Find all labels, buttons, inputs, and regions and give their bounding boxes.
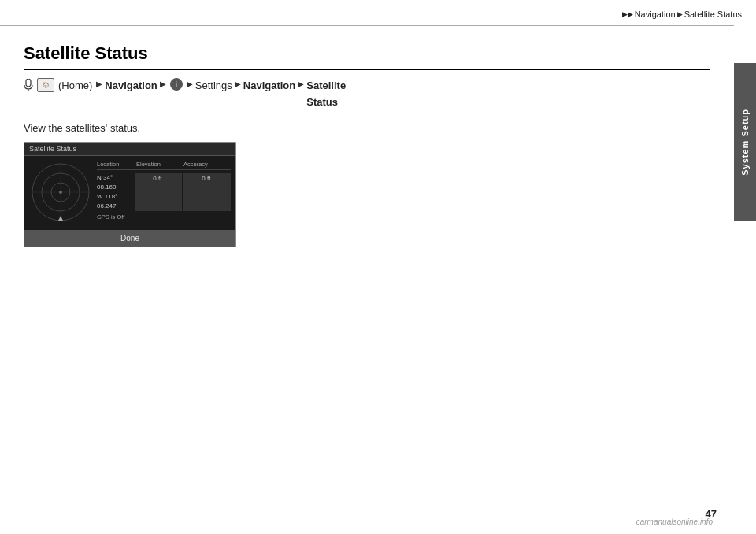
nav-path: 🏠 (Home) ▶ Navigation ▶ i ▶ Settings ▶ N… bbox=[24, 78, 710, 111]
radar-svg bbox=[29, 161, 92, 224]
col-elevation: Elevation bbox=[136, 161, 183, 168]
svg-point-8 bbox=[59, 191, 62, 194]
system-setup-label: System Setup bbox=[740, 109, 750, 176]
nav-navigation2: Navigation bbox=[243, 78, 295, 95]
watermark: carmanualsonline.info bbox=[636, 517, 713, 526]
main-content: Satellite Status 🏠 (Home) ▶ Navigation ▶… bbox=[0, 0, 734, 534]
nav-arrow1: ▶ bbox=[96, 78, 102, 91]
nav-arrow3: ▶ bbox=[187, 78, 193, 91]
accuracy-value: 0 ft. bbox=[183, 173, 231, 211]
done-button[interactable]: Done bbox=[24, 230, 235, 247]
nav-satellite-status: SatelliteStatus bbox=[306, 78, 346, 111]
nav-arrow4: ▶ bbox=[235, 78, 241, 91]
nav-arrow5: ▶ bbox=[298, 78, 304, 91]
right-sidebar: System Setup bbox=[734, 63, 756, 221]
info-panel: Location Elevation Accuracy N 34° 08.160… bbox=[97, 161, 231, 224]
col-accuracy: Accuracy bbox=[183, 161, 231, 168]
nav-home-label: (Home) bbox=[58, 78, 92, 95]
radar-display bbox=[29, 161, 92, 224]
lon-value: W 118° 06.247' bbox=[97, 192, 133, 211]
home-button-icon: 🏠 bbox=[37, 78, 54, 92]
nav-settings: Settings bbox=[195, 78, 232, 95]
location-data: N 34° 08.160' W 118° 06.247' bbox=[97, 173, 133, 211]
elevation-value: 0 ft. bbox=[135, 173, 182, 211]
info-header: Location Elevation Accuracy bbox=[97, 161, 231, 170]
mic-icon bbox=[24, 79, 33, 91]
col-location: Location bbox=[97, 161, 136, 168]
description-text: View the satellites' status. bbox=[24, 122, 710, 134]
satellite-screen: Satellite Status bbox=[24, 142, 236, 247]
svg-marker-9 bbox=[58, 216, 63, 221]
gps-status: GPS is Off bbox=[97, 213, 231, 221]
info-button-icon: i bbox=[170, 78, 183, 91]
data-row: N 34° 08.160' W 118° 06.247' 0 ft. 0 ft. bbox=[97, 173, 231, 211]
screen-title: Satellite Status bbox=[24, 143, 235, 156]
nav-navigation1: Navigation bbox=[105, 78, 157, 95]
page-title: Satellite Status bbox=[24, 43, 710, 70]
lat-value: N 34° 08.160' bbox=[97, 173, 133, 192]
svg-rect-0 bbox=[26, 79, 31, 87]
screen-body: Location Elevation Accuracy N 34° 08.160… bbox=[24, 156, 235, 228]
nav-arrow2: ▶ bbox=[160, 78, 166, 91]
